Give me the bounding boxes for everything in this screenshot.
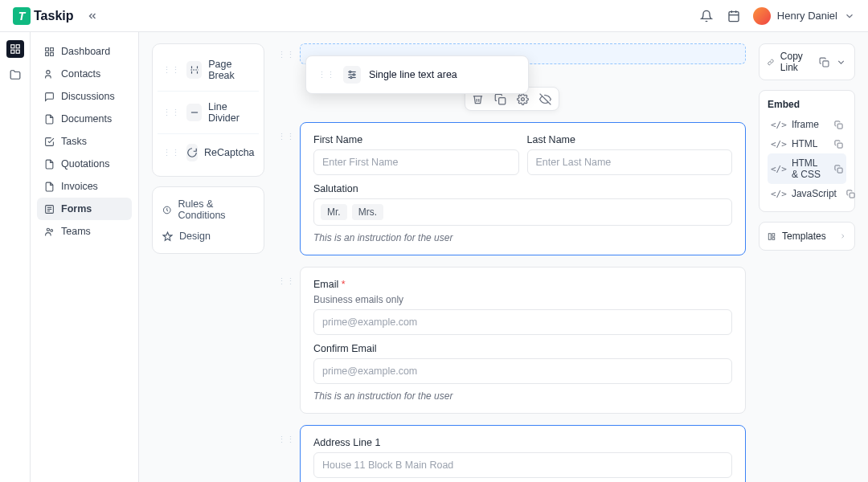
users-icon	[43, 68, 55, 80]
topbar: T Taskip Henry Daniel	[0, 0, 868, 32]
field-label: Last Name	[527, 134, 733, 145]
sidebar-item-label: Invoices	[61, 181, 98, 192]
code-icon: </>	[771, 139, 787, 149]
svg-rect-35	[850, 193, 854, 198]
copy-icon[interactable]	[834, 165, 843, 174]
sidebar-item-label: Dashboard	[61, 46, 110, 57]
form-block-email[interactable]: Email * Business emails only Confirm Ema…	[300, 267, 746, 414]
chevron-down-icon[interactable]	[836, 57, 846, 67]
form-block-name[interactable]: First Name Last Name Salutation Mr. Mrs.	[300, 122, 746, 255]
page-break-icon	[186, 61, 202, 79]
settings-design-button[interactable]: Design	[159, 226, 257, 247]
notifications-button[interactable]	[695, 5, 718, 27]
sidebar-item-teams[interactable]: Teams	[37, 220, 132, 243]
dragging-element[interactable]: ⋮⋮ Single line text area	[305, 55, 529, 94]
rail-item-folder[interactable]	[6, 66, 24, 84]
form-icon	[43, 203, 55, 214]
copy-button[interactable]	[819, 57, 829, 67]
sidebar-item-dashboard[interactable]: Dashboard	[37, 40, 132, 63]
sidebar-item-label: Discussions	[61, 91, 115, 102]
instruction-text: This is an instruction for the user	[313, 232, 732, 243]
email-input[interactable]	[313, 309, 732, 335]
sidebar-item-discussions[interactable]: Discussions	[37, 85, 132, 108]
svg-rect-38	[772, 237, 775, 239]
svg-point-17	[47, 228, 49, 231]
svg-rect-33	[837, 143, 842, 148]
grid-icon	[43, 46, 55, 57]
sidebar-item-tasks[interactable]: Tasks	[37, 130, 132, 153]
right-panel: Copy Link Embed </>Iframe </>HTML </>HTM…	[759, 43, 855, 471]
user-name: Henry Daniel	[777, 10, 837, 22]
embed-title: Embed	[768, 99, 846, 110]
sidebar-item-label: Forms	[61, 203, 92, 214]
calendar-button[interactable]	[723, 5, 745, 27]
svg-rect-28	[499, 97, 506, 104]
templates-button[interactable]: Templates	[759, 222, 855, 251]
svg-rect-37	[772, 233, 775, 235]
logo[interactable]: T Taskip	[13, 7, 74, 25]
avatar	[753, 7, 771, 25]
form-block-address[interactable]: Address Line 1	[300, 425, 746, 482]
sidebar: Dashboard Contacts Discussions Documents…	[31, 32, 139, 482]
svg-rect-34	[837, 168, 842, 173]
sidebar-item-quotations[interactable]: Quotations	[37, 153, 132, 175]
user-menu[interactable]: Henry Daniel	[753, 7, 855, 25]
svg-point-12	[46, 70, 49, 73]
drag-handle-icon[interactable]: ⋮⋮	[277, 50, 295, 60]
salutation-input[interactable]: Mr. Mrs.	[313, 198, 732, 226]
svg-point-18	[50, 229, 52, 231]
embed-item-label: JavaScript	[792, 188, 837, 199]
collapse-sidebar-button[interactable]	[87, 10, 98, 22]
field-helper: Business emails only	[313, 294, 732, 305]
drag-handle-icon[interactable]: ⋮⋮	[277, 435, 295, 445]
palette-item-label: Page Break	[208, 59, 254, 81]
floating-element-label: Single line text area	[369, 69, 457, 80]
last-name-input[interactable]	[527, 149, 733, 175]
sidebar-item-invoices[interactable]: Invoices	[37, 175, 132, 198]
hide-button[interactable]	[538, 92, 553, 106]
drag-handle-icon[interactable]: ⋮⋮	[277, 276, 295, 287]
copy-icon[interactable]	[834, 120, 843, 129]
drop-zone[interactable]: ⋮⋮ Single line text area	[300, 43, 746, 64]
tag[interactable]: Mrs.	[352, 204, 383, 220]
chevron-right-icon	[839, 231, 846, 241]
svg-rect-4	[10, 45, 14, 48]
tasks-icon	[43, 136, 55, 147]
copy-link-card: Copy Link	[759, 43, 855, 80]
copy-icon[interactable]	[846, 190, 855, 198]
embed-item-js[interactable]: </>JavaScript	[768, 184, 846, 203]
embed-item-htmlcss[interactable]: </>HTML & CSS	[768, 153, 846, 184]
left-rail	[0, 32, 31, 482]
settings-rules-button[interactable]: Rules & Conditions	[159, 194, 257, 226]
code-icon: </>	[771, 164, 787, 174]
confirm-email-input[interactable]	[313, 358, 732, 384]
chevron-down-icon	[844, 10, 855, 22]
svg-rect-10	[45, 52, 48, 55]
drag-handle-icon[interactable]: ⋮⋮	[277, 132, 295, 142]
chat-icon	[43, 91, 55, 102]
svg-rect-31	[823, 60, 829, 66]
tag[interactable]: Mr.	[321, 204, 347, 220]
svg-point-25	[350, 71, 351, 72]
first-name-input[interactable]	[313, 149, 519, 175]
palette-item-recaptcha[interactable]: ⋮⋮ ReCaptcha	[158, 134, 259, 171]
palette-item-page-break[interactable]: ⋮⋮ Page Break	[158, 49, 259, 92]
palette-item-line-divider[interactable]: ⋮⋮ Line Divider	[158, 92, 259, 134]
sidebar-item-forms[interactable]: Forms	[37, 198, 132, 220]
embed-item-iframe[interactable]: </>Iframe	[768, 115, 846, 134]
doc-icon	[43, 158, 55, 170]
team-icon	[43, 226, 55, 237]
palette-item-label: ReCaptcha	[204, 147, 255, 158]
field-label: Salutation	[313, 183, 732, 194]
embed-item-html[interactable]: </>HTML	[768, 134, 846, 153]
doc-icon	[43, 181, 55, 192]
field-label: First Name	[313, 134, 519, 145]
copy-icon[interactable]	[834, 140, 843, 149]
sidebar-item-contacts[interactable]: Contacts	[37, 63, 132, 85]
code-icon: </>	[771, 189, 787, 199]
sidebar-item-documents[interactable]: Documents	[37, 108, 132, 130]
rail-item-grid[interactable]	[6, 40, 24, 58]
address-input[interactable]	[313, 452, 732, 478]
svg-point-27	[350, 76, 352, 78]
svg-rect-7	[16, 50, 19, 53]
